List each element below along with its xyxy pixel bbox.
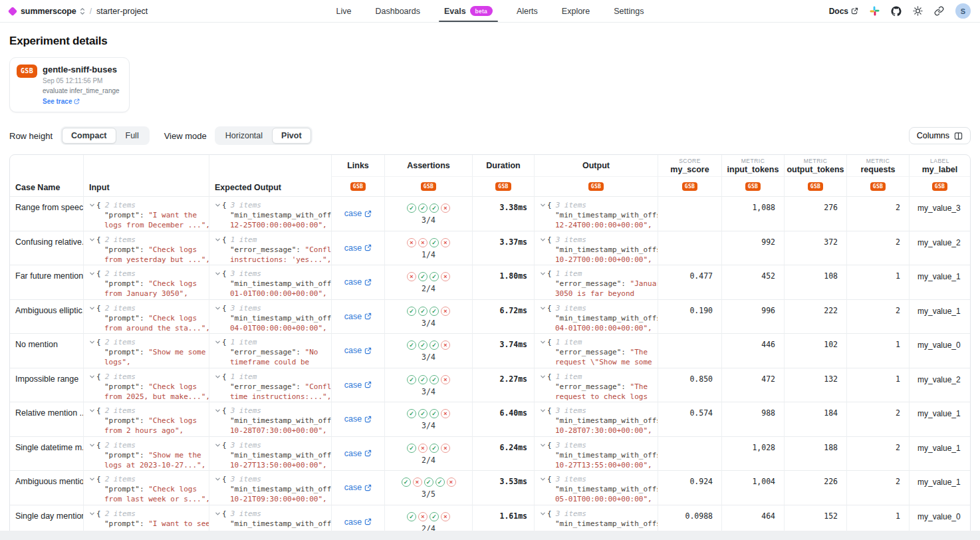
case-trace-link[interactable]: case	[344, 517, 372, 527]
expander-chevron-icon[interactable]	[89, 305, 95, 311]
experiment-gsb-badge[interactable]: GSB	[682, 182, 697, 192]
assertion-fail-icon[interactable]: ×	[441, 340, 450, 350]
assertion-pass-icon[interactable]: ✓	[407, 203, 416, 213]
column-header-my_score[interactable]: SCOREmy_score	[658, 155, 721, 176]
column-header-output[interactable]: Output	[534, 155, 658, 176]
expander-chevron-icon[interactable]	[540, 476, 546, 482]
experiment-gsb-badge[interactable]: GSB	[421, 182, 436, 192]
case-trace-link[interactable]: case	[344, 414, 372, 424]
case-trace-link[interactable]: case	[344, 243, 372, 253]
case-trace-link[interactable]: case	[344, 346, 372, 355]
expander-chevron-icon[interactable]	[89, 339, 95, 345]
column-header-requests[interactable]: METRICrequests	[846, 155, 909, 176]
assertion-fail-icon[interactable]: ×	[418, 238, 428, 247]
assertion-pass-icon[interactable]: ✓	[429, 238, 439, 247]
github-icon[interactable]	[891, 6, 902, 17]
column-header-expected_output[interactable]: Expected Output	[209, 155, 331, 196]
assertion-pass-icon[interactable]: ✓	[435, 477, 445, 487]
case-trace-link[interactable]: case	[344, 449, 372, 458]
assertion-pass-icon[interactable]: ✓	[407, 409, 416, 418]
experiment-gsb-badge[interactable]: GSB	[808, 182, 823, 192]
assertion-fail-icon[interactable]: ×	[413, 477, 422, 487]
assertion-fail-icon[interactable]: ×	[441, 409, 450, 418]
assertion-fail-icon[interactable]: ×	[441, 238, 450, 247]
org-switcher-chevrons-icon[interactable]	[80, 7, 85, 15]
row-height-compact-option[interactable]: Compact	[62, 128, 116, 144]
column-header-case_name[interactable]: Case Name	[10, 155, 83, 196]
case-trace-link[interactable]: case	[344, 380, 372, 390]
experiment-card[interactable]: GSB gentle-sniff-buses Sep 05 12:11:56 P…	[9, 57, 130, 112]
expander-chevron-icon[interactable]	[89, 202, 95, 208]
assertion-fail-icon[interactable]: ×	[441, 444, 450, 453]
project-name[interactable]: starter-project	[96, 7, 148, 16]
assertion-pass-icon[interactable]: ✓	[407, 340, 416, 350]
expander-chevron-icon[interactable]	[540, 271, 546, 277]
assertion-fail-icon[interactable]: ×	[441, 272, 450, 281]
expander-chevron-icon[interactable]	[89, 237, 95, 243]
expander-chevron-icon[interactable]	[215, 408, 221, 414]
assertion-fail-icon[interactable]: ×	[441, 375, 450, 384]
experiment-gsb-badge[interactable]: GSB	[870, 182, 886, 192]
column-header-output_tokens[interactable]: METRICoutput_tokens	[784, 155, 846, 176]
assertion-pass-icon[interactable]: ✓	[418, 375, 428, 384]
assertion-pass-icon[interactable]: ✓	[429, 272, 439, 281]
assertion-fail-icon[interactable]: ×	[447, 477, 456, 487]
expander-chevron-icon[interactable]	[540, 339, 546, 345]
experiment-gsb-badge[interactable]: GSB	[932, 182, 947, 192]
theme-toggle-icon[interactable]	[913, 6, 923, 16]
expander-chevron-icon[interactable]	[540, 442, 546, 448]
expander-chevron-icon[interactable]	[215, 202, 221, 208]
assertion-pass-icon[interactable]: ✓	[418, 272, 428, 281]
expander-chevron-icon[interactable]	[540, 237, 546, 243]
assertion-pass-icon[interactable]: ✓	[429, 340, 439, 350]
case-trace-link[interactable]: case	[344, 312, 372, 321]
case-trace-link[interactable]: case	[344, 277, 372, 287]
expander-chevron-icon[interactable]	[89, 271, 95, 277]
expander-chevron-icon[interactable]	[89, 408, 95, 414]
row-height-full-option[interactable]: Full	[116, 128, 148, 144]
assertion-pass-icon[interactable]: ✓	[429, 307, 439, 316]
column-header-assertions[interactable]: Assertions	[384, 155, 472, 176]
expander-chevron-icon[interactable]	[215, 271, 221, 277]
experiment-gsb-badge[interactable]: GSB	[588, 182, 604, 192]
assertion-fail-icon[interactable]: ×	[418, 444, 428, 453]
expander-chevron-icon[interactable]	[89, 511, 95, 517]
expander-chevron-icon[interactable]	[540, 374, 546, 380]
assertion-pass-icon[interactable]: ✓	[418, 340, 428, 350]
view-mode-horizontal-option[interactable]: Horizontal	[216, 128, 272, 144]
assertion-pass-icon[interactable]: ✓	[407, 512, 416, 521]
assertion-pass-icon[interactable]: ✓	[429, 512, 439, 521]
expander-chevron-icon[interactable]	[215, 237, 221, 243]
see-trace-link[interactable]: See trace	[43, 98, 120, 105]
assertion-pass-icon[interactable]: ✓	[418, 307, 428, 316]
assertion-fail-icon[interactable]: ×	[441, 307, 450, 316]
view-mode-pivot-option[interactable]: Pivot	[272, 128, 311, 144]
assertion-fail-icon[interactable]: ×	[418, 512, 428, 521]
assertion-fail-icon[interactable]: ×	[441, 512, 450, 521]
nav-tab-live[interactable]: Live	[336, 0, 352, 22]
assertion-pass-icon[interactable]: ✓	[429, 444, 439, 453]
experiment-gsb-badge[interactable]: GSB	[745, 182, 761, 192]
org-switcher[interactable]: summerscope	[21, 7, 76, 16]
expander-chevron-icon[interactable]	[215, 511, 221, 517]
assertion-pass-icon[interactable]: ✓	[429, 375, 439, 384]
assertion-pass-icon[interactable]: ✓	[407, 444, 416, 453]
assertion-fail-icon[interactable]: ×	[441, 203, 450, 213]
assertion-pass-icon[interactable]: ✓	[429, 203, 439, 213]
experiment-gsb-badge[interactable]: GSB	[350, 182, 366, 192]
column-header-my_label[interactable]: LABELmy_label	[909, 155, 970, 176]
expander-chevron-icon[interactable]	[540, 305, 546, 311]
avatar[interactable]: S	[955, 3, 971, 19]
expander-chevron-icon[interactable]	[215, 305, 221, 311]
assertion-pass-icon[interactable]: ✓	[429, 409, 439, 418]
case-trace-link[interactable]: case	[344, 209, 372, 218]
assertion-pass-icon[interactable]: ✓	[418, 203, 428, 213]
expander-chevron-icon[interactable]	[89, 374, 95, 380]
nav-tab-alerts[interactable]: Alerts	[517, 0, 538, 22]
nav-tab-settings[interactable]: Settings	[614, 0, 644, 22]
expander-chevron-icon[interactable]	[89, 476, 95, 482]
assertion-fail-icon[interactable]: ×	[407, 238, 416, 247]
experiment-gsb-badge[interactable]: GSB	[495, 182, 511, 192]
slack-icon[interactable]	[870, 6, 880, 16]
assertion-fail-icon[interactable]: ×	[407, 272, 416, 281]
